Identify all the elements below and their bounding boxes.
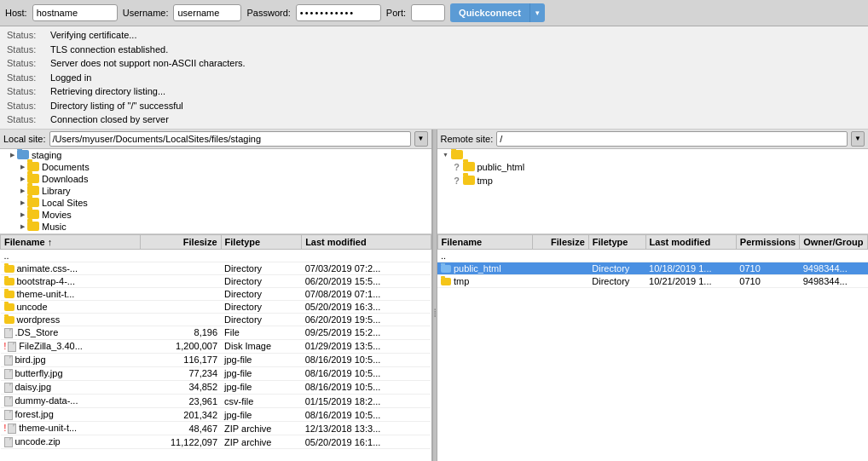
tree-item-movies[interactable]: ▶ Movies <box>0 209 431 221</box>
tree-arrow: ▶ <box>17 176 27 182</box>
cell-filename: wordpress <box>1 313 141 326</box>
file-icon <box>8 424 16 434</box>
col-header-filename[interactable]: Filename ↑ <box>1 234 141 249</box>
tree-item-public-html[interactable]: ? public_html <box>437 160 869 174</box>
cell-filesize <box>533 274 589 287</box>
tree-item-downloads[interactable]: ▶ Downloads <box>0 173 431 185</box>
table-row[interactable]: forest.jpg 201,342 jpg-file 08/16/2019 1… <box>1 408 431 422</box>
cell-filetype: Disk Image <box>221 339 302 353</box>
table-row[interactable]: !FileZilla_3.40... 1,200,007 Disk Image … <box>1 339 431 353</box>
col-header-filesize[interactable]: Filesize <box>140 234 221 249</box>
table-row[interactable]: theme-unit-t... Directory 07/08/2019 07:… <box>1 287 431 300</box>
col-header-owner[interactable]: Owner/Group <box>800 234 868 249</box>
tree-label: Movies <box>42 210 72 220</box>
status-row-1: Status: Verifying certificate... <box>7 28 861 43</box>
tree-item-library[interactable]: ▶ Library <box>0 185 431 197</box>
cell-filename: dummy-data-... <box>1 394 141 407</box>
cell-filename: uncode.zip <box>1 435 141 449</box>
cell-filename: .. <box>1 249 141 262</box>
local-tree[interactable]: ▶ staging ▶ Documents ▶ Downloads ▶ Lib <box>0 149 431 234</box>
tree-label: Music <box>42 222 67 232</box>
remote-pane: Remote site: / ▼ ▼ ? public_html ? <box>437 130 869 462</box>
folder-icon <box>4 265 14 273</box>
question-icon: ? <box>451 175 463 187</box>
status-label-3: Status: <box>7 56 45 71</box>
cell-filename: .. <box>437 249 533 262</box>
table-row[interactable]: bootstrap-4-... Directory 06/20/2019 15:… <box>1 274 431 287</box>
tree-item-root[interactable]: ▼ <box>437 149 869 160</box>
status-text-3: Server does not support non-ASCII charac… <box>50 56 246 71</box>
tree-label: Downloads <box>42 174 88 184</box>
table-row[interactable]: uncode.zip 11,122,097 ZIP archive 05/20/… <box>1 435 431 449</box>
cell-filetype: Directory <box>221 313 302 326</box>
col-header-filename-r[interactable]: Filename <box>437 234 533 249</box>
folder-icon <box>441 265 451 273</box>
cell-modified: 05/20/2019 16:1... <box>302 435 431 449</box>
cell-filename: animate.css-... <box>1 262 141 274</box>
cell-filename: bird.jpg <box>1 353 141 366</box>
col-header-modified-r[interactable]: Last modified <box>645 234 736 249</box>
file-icon <box>4 396 13 406</box>
table-row[interactable]: .. <box>1 249 431 262</box>
host-input[interactable] <box>32 4 118 21</box>
cell-filetype: Directory <box>588 274 645 287</box>
col-header-filesize-r[interactable]: Filesize <box>533 234 589 249</box>
remote-site-path[interactable]: / <box>496 131 848 147</box>
col-header-modified[interactable]: Last modified <box>302 234 431 249</box>
cell-filesize <box>533 262 589 274</box>
status-row-5: Status: Retrieving directory listing... <box>7 84 861 99</box>
file-icon <box>8 342 16 352</box>
local-site-path[interactable]: /Users/myuser/Documents/LocalSites/files… <box>49 131 411 147</box>
status-bar: Status: Verifying certificate... Status:… <box>0 26 868 130</box>
tree-item-staging[interactable]: ▶ staging <box>0 149 431 161</box>
remote-site-dropdown[interactable]: ▼ <box>851 131 865 147</box>
tree-item-local-sites[interactable]: ▶ Local Sites <box>0 197 431 209</box>
remote-tree[interactable]: ▼ ? public_html ? tmp <box>437 149 869 234</box>
cell-modified: 01/15/2019 18:2... <box>302 394 431 407</box>
col-header-filetype-r[interactable]: Filetype <box>588 234 645 249</box>
status-text-1: Verifying certificate... <box>50 28 137 43</box>
tree-item-documents[interactable]: ▶ Documents <box>0 161 431 173</box>
cell-modified: 06/20/2019 19:5... <box>302 313 431 326</box>
status-row-7: Status: Connection closed by server <box>7 112 861 127</box>
file-icon <box>4 355 13 366</box>
local-site-dropdown[interactable]: ▼ <box>414 131 428 147</box>
password-input[interactable] <box>296 4 381 21</box>
table-row[interactable]: .. <box>437 249 868 262</box>
tree-item-music[interactable]: ▶ Music <box>0 221 431 233</box>
table-row[interactable]: dummy-data-... 23,961 csv-file 01/15/201… <box>1 394 431 407</box>
status-row-6: Status: Directory listing of "/" success… <box>7 99 861 113</box>
table-row[interactable]: wordpress Directory 06/20/2019 19:5... <box>1 313 431 326</box>
toolbar: Host: Username: Password: Port: Quickcon… <box>0 0 868 26</box>
cell-filetype <box>221 249 302 262</box>
table-row[interactable]: daisy.jpg 34,852 jpg-file 08/16/2019 10:… <box>1 380 431 394</box>
tree-arrow: ▼ <box>441 152 451 158</box>
table-row[interactable]: bird.jpg 116,177 jpg-file 08/16/2019 10:… <box>1 353 431 366</box>
status-label-2: Status: <box>7 43 45 57</box>
remote-file-table[interactable]: Filename Filesize Filetype Last modified… <box>437 234 869 462</box>
cell-filesize: 11,122,097 <box>140 435 221 449</box>
cell-filesize: 77,234 <box>140 366 221 380</box>
tree-label: staging <box>32 150 61 160</box>
username-input[interactable] <box>173 4 241 21</box>
table-row[interactable]: .DS_Store 8,196 File 09/25/2019 15:2... <box>1 326 431 339</box>
table-row[interactable]: public_html Directory 10/18/2019 1... 07… <box>437 262 868 274</box>
table-row[interactable]: animate.css-... Directory 07/03/2019 07:… <box>1 262 431 274</box>
local-file-table[interactable]: Filename ↑ Filesize Filetype Last modifi… <box>0 234 431 462</box>
tree-item-tmp[interactable]: ? tmp <box>437 174 869 187</box>
port-input[interactable] <box>411 4 445 21</box>
col-header-permissions[interactable]: Permissions <box>736 234 799 249</box>
table-row[interactable]: tmp Directory 10/21/2019 1... 0710 94983… <box>437 274 868 287</box>
table-row[interactable]: !theme-unit-t... 48,467 ZIP archive 12/1… <box>1 422 431 435</box>
cell-owner: 9498344... <box>800 274 868 287</box>
status-label-5: Status: <box>7 84 45 99</box>
quickconnect-dropdown-icon[interactable]: ▼ <box>529 3 545 22</box>
warn-icon: ! <box>4 424 7 433</box>
table-row[interactable]: uncode Directory 05/20/2019 16:3... <box>1 300 431 313</box>
cell-filetype: csv-file <box>221 394 302 407</box>
table-row[interactable]: butterfly.jpg 77,234 jpg-file 08/16/2019… <box>1 366 431 380</box>
status-text-2: TLS connection established. <box>50 43 168 57</box>
quickconnect-button[interactable]: Quickconnect ▼ <box>450 3 545 22</box>
col-header-filetype[interactable]: Filetype <box>221 234 302 249</box>
folder-icon <box>463 176 475 185</box>
